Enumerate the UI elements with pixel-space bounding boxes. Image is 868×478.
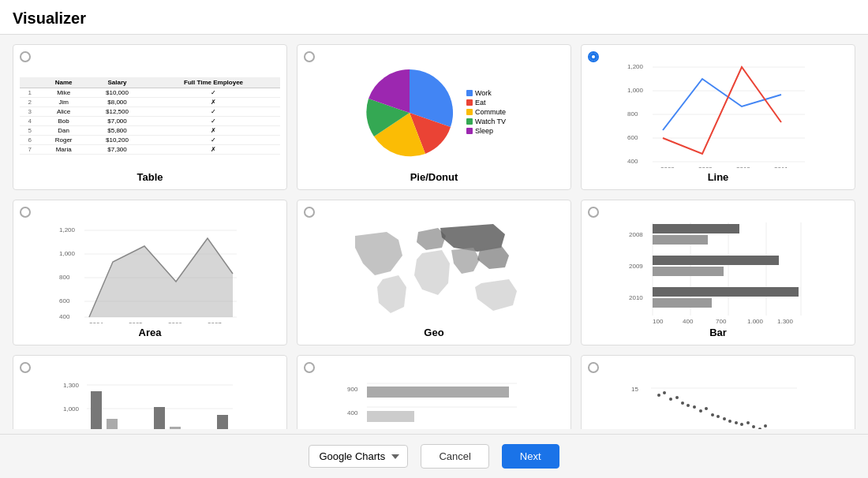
svg-text:1,300: 1,300	[777, 318, 794, 324]
svg-text:100: 100	[653, 318, 664, 324]
chart-library-dropdown[interactable]: Google Charts D3.js Chart.js	[309, 445, 408, 468]
svg-text:700: 700	[716, 318, 727, 324]
svg-text:600: 600	[627, 134, 638, 141]
svg-text:400: 400	[59, 313, 70, 320]
radio-bubble[interactable]	[304, 362, 315, 373]
svg-rect-56	[107, 419, 118, 429]
svg-text:1,000: 1,000	[59, 250, 76, 257]
chart-card-bar[interactable]: 2008 2009 2010 100 400 700 1,000 1,300	[581, 200, 855, 345]
svg-text:2010: 2010	[629, 294, 643, 301]
svg-point-93	[728, 420, 731, 423]
svg-text:900: 900	[347, 386, 358, 393]
svg-point-81	[657, 394, 660, 397]
svg-text:800: 800	[59, 274, 70, 281]
svg-text:1,000: 1,000	[747, 318, 764, 324]
chart-card-table[interactable]: Name Salary Full Time Employee 1Mike$10,…	[13, 44, 287, 190]
svg-rect-42	[653, 224, 739, 233]
svg-text:15: 15	[631, 386, 638, 393]
cancel-button[interactable]: Cancel	[421, 444, 488, 469]
svg-rect-46	[653, 287, 799, 297]
svg-rect-71	[367, 387, 509, 398]
chart-card-column[interactable]: 1,300 1,000 700 Column	[13, 355, 287, 429]
svg-marker-28	[89, 238, 233, 317]
svg-point-84	[675, 396, 679, 399]
svg-point-90	[711, 413, 714, 416]
svg-point-97	[752, 425, 755, 428]
svg-point-92	[723, 417, 726, 420]
chart-label-pie: Pie/Donut	[410, 171, 458, 183]
svg-rect-63	[217, 415, 228, 429]
svg-text:2007: 2007	[208, 321, 222, 324]
svg-rect-72	[367, 411, 414, 422]
page-title: Visualizer	[0, 0, 868, 35]
svg-text:600: 600	[59, 297, 70, 304]
chart-card-area[interactable]: 1,200 1,000 800 600 400 2004 2005 2006 2…	[13, 200, 287, 345]
svg-text:2008: 2008	[660, 166, 675, 169]
svg-point-96	[746, 421, 750, 424]
radio-area[interactable]	[20, 207, 31, 218]
svg-text:800: 800	[627, 110, 638, 118]
svg-text:1,200: 1,200	[627, 63, 644, 70]
svg-text:2011: 2011	[774, 166, 788, 169]
svg-text:2008: 2008	[629, 231, 643, 238]
svg-text:2010: 2010	[736, 166, 750, 169]
chart-card-scatter[interactable]: 15 0	[581, 355, 855, 429]
svg-rect-55	[91, 391, 102, 429]
radio-table[interactable]	[20, 51, 31, 62]
svg-point-98	[758, 428, 761, 429]
svg-point-89	[705, 407, 708, 410]
svg-rect-47	[653, 298, 712, 308]
svg-text:1,000: 1,000	[627, 87, 644, 94]
chart-grid: Name Salary Full Time Employee 1Mike$10,…	[0, 35, 868, 429]
chart-label-table: Table	[137, 171, 163, 183]
svg-text:2005: 2005	[129, 321, 143, 324]
svg-text:1,000: 1,000	[63, 405, 80, 413]
svg-point-94	[735, 421, 738, 424]
svg-rect-44	[653, 256, 779, 265]
radio-pie[interactable]	[304, 51, 315, 62]
svg-rect-45	[653, 267, 724, 276]
svg-point-85	[681, 401, 684, 405]
svg-point-86	[687, 404, 690, 407]
svg-point-87	[693, 405, 696, 409]
svg-rect-59	[154, 407, 165, 429]
svg-point-91	[716, 415, 720, 418]
chart-label-line: Line	[708, 171, 729, 183]
radio-geo[interactable]	[304, 207, 315, 218]
svg-text:2006: 2006	[168, 321, 182, 324]
radio-bar[interactable]	[588, 207, 599, 218]
chart-label-geo: Geo	[424, 327, 443, 338]
svg-text:1,300: 1,300	[63, 382, 80, 389]
svg-point-99	[764, 424, 767, 428]
svg-rect-43	[653, 235, 708, 245]
svg-text:400: 400	[347, 409, 358, 416]
svg-point-83	[669, 398, 672, 401]
svg-text:2009: 2009	[629, 263, 643, 270]
chart-label-area: Area	[139, 327, 162, 338]
chart-card-pie[interactable]: Work Eat Commute Watch TV Sleep Pie/Donu…	[297, 44, 571, 190]
chart-card-line[interactable]: 1,200 1,000 800 600 400 2008 2009 2010 2…	[581, 44, 855, 190]
radio-scatter[interactable]	[588, 362, 599, 373]
next-button[interactable]: Next	[502, 444, 559, 469]
svg-text:1,200: 1,200	[59, 226, 76, 233]
svg-point-82	[663, 391, 666, 394]
radio-line[interactable]	[588, 51, 599, 62]
svg-text:400: 400	[627, 158, 638, 165]
svg-text:2009: 2009	[698, 166, 713, 169]
chart-card-bubble[interactable]: 900 400 300 Bubble	[297, 355, 571, 429]
chart-card-geo[interactable]: Geo	[297, 200, 571, 345]
chart-label-bar: Bar	[709, 327, 727, 338]
svg-text:2004: 2004	[89, 321, 103, 324]
svg-rect-60	[170, 427, 181, 429]
svg-point-95	[740, 423, 743, 426]
radio-column[interactable]	[20, 362, 31, 373]
footer: Google Charts D3.js Chart.js Cancel Next	[0, 434, 868, 478]
svg-point-88	[699, 409, 702, 413]
svg-text:400: 400	[683, 318, 694, 324]
